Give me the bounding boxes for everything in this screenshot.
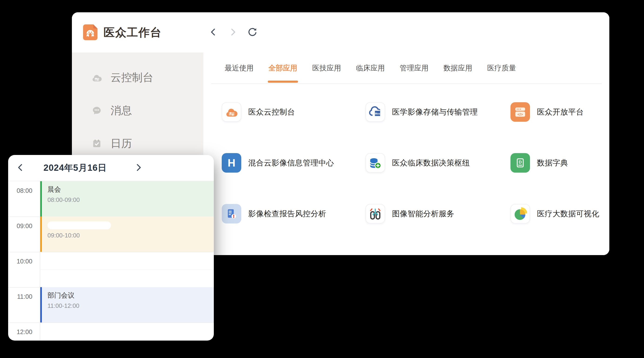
app-label: 医众临床数据决策枢纽 — [392, 158, 470, 168]
tab-divider — [211, 83, 602, 84]
app-title: 医众工作台 — [104, 12, 162, 52]
tab-5[interactable]: 数据应用 — [444, 52, 472, 83]
svg-text:Mos: Mos — [375, 112, 380, 115]
calendar-prev-button[interactable] — [15, 155, 26, 181]
calendar-day-grid: 08:0009:0010:0011:0012:00晨会08:00-09:0009… — [8, 181, 214, 340]
app-cell-7[interactable]: 图像智能分析服务 — [366, 204, 510, 223]
tab-3[interactable]: 临床应用 — [356, 52, 385, 83]
sidebar-item-0[interactable]: 云控制台 — [72, 70, 203, 85]
event-time-range: 11:00-12:00 — [48, 302, 214, 310]
code-window-icon: </> — [510, 102, 530, 122]
app-cell-6[interactable]: 影像检查报告风控分析 — [222, 204, 366, 223]
app-label: 医众云控制台 — [248, 107, 295, 117]
app-grid: 医众云控制台Mos医学影像存储与传输管理</>医众开放平台H混合云影像信息管理中… — [222, 102, 609, 223]
calendar-date-label: 2024年5月16日 — [44, 155, 107, 181]
chevron-left-icon — [16, 163, 25, 173]
app-cell-5[interactable]: D数据字典 — [510, 153, 609, 173]
event-title: 晨会 — [48, 185, 214, 194]
sidebar-item-label: 日历 — [110, 136, 132, 151]
tab-6[interactable]: 医疗质量 — [487, 52, 516, 83]
time-label-10:00: 10:00 — [8, 258, 32, 265]
desktop-background: 医众工作台 云控制台消息日历 最近使用全部应用医技应用临床应用管理应用数据应用医… — [0, 0, 644, 358]
tab-bar: 最近使用全部应用医技应用临床应用管理应用数据应用医疗质量 — [203, 52, 609, 83]
calendar-header: 2024年5月16日 — [8, 155, 214, 181]
pie-chart-icon — [510, 204, 530, 223]
hour-line — [8, 252, 214, 252]
app-label: 影像检查报告风控分析 — [248, 209, 326, 219]
chevron-right-icon — [134, 163, 143, 173]
database-plus-icon — [366, 153, 385, 173]
main-content: 最近使用全部应用医技应用临床应用管理应用数据应用医疗质量 医众云控制台Mos医学… — [203, 52, 609, 255]
time-label-11:00: 11:00 — [8, 293, 32, 300]
cloud-sliders-icon — [222, 102, 241, 122]
calendar-event-1[interactable]: 09:00-10:00 — [40, 216, 214, 252]
sidebar-item-1[interactable]: 消息 — [72, 103, 203, 118]
time-label-09:00: 09:00 — [8, 222, 32, 230]
tab-1[interactable]: 全部应用 — [268, 52, 297, 83]
back-button[interactable] — [208, 27, 218, 38]
letter-h-icon: H — [222, 153, 241, 173]
app-cell-2[interactable]: </>医众开放平台 — [510, 102, 609, 122]
event-title: 部门会议 — [48, 291, 214, 300]
app-label: 医众开放平台 — [537, 107, 584, 117]
app-logo-icon — [83, 24, 98, 40]
app-cell-1[interactable]: Mos医学影像存储与传输管理 — [366, 102, 510, 122]
event-time-range: 09:00-10:00 — [48, 232, 214, 239]
calendar-check-icon — [92, 138, 102, 149]
svg-text:</>: </> — [518, 112, 523, 117]
app-label: 混合云影像信息管理中心 — [248, 158, 334, 168]
sidebar-item-label: 消息 — [110, 103, 132, 118]
chevron-right-icon — [228, 28, 237, 37]
calendar-event-2[interactable]: 部门会议11:00-12:00 — [40, 287, 214, 323]
window-nav — [208, 12, 258, 52]
redacted-event-title — [48, 221, 111, 229]
tab-0[interactable]: 最近使用 — [225, 52, 254, 83]
refresh-button[interactable] — [247, 27, 258, 38]
report-alert-icon — [222, 204, 241, 223]
forward-button[interactable] — [228, 27, 238, 38]
svg-text:D: D — [519, 160, 522, 165]
app-cell-8[interactable]: 医疗大数据可视化 — [510, 204, 609, 223]
hour-line — [8, 323, 214, 323]
message-bubble-icon — [92, 105, 102, 116]
app-label: 医学影像存储与传输管理 — [392, 107, 478, 117]
time-label-08:00: 08:00 — [8, 187, 32, 194]
chevron-left-icon — [209, 28, 218, 37]
sidebar-item-label: 云控制台 — [110, 70, 153, 85]
mos-cloud-icon: Mos — [366, 102, 385, 122]
app-label: 图像智能分析服务 — [392, 209, 454, 219]
time-label-12:00: 12:00 — [8, 329, 32, 336]
tab-4[interactable]: 管理应用 — [400, 52, 428, 83]
app-label: 数据字典 — [537, 158, 568, 168]
calendar-event-0[interactable]: 晨会08:00-09:00 — [40, 181, 214, 216]
app-cell-4[interactable]: 医众临床数据决策枢纽 — [366, 153, 510, 173]
half-hour-line — [40, 269, 214, 270]
letter-h-glyph: H — [228, 157, 235, 169]
event-time-range: 08:00-09:00 — [48, 196, 214, 203]
tab-2[interactable]: 医技应用 — [312, 52, 341, 83]
app-label: 医疗大数据可视化 — [537, 209, 599, 219]
window-header: 医众工作台 — [72, 12, 609, 52]
dictionary-icon: D — [510, 153, 530, 173]
app-cell-3[interactable]: H混合云影像信息管理中心 — [222, 153, 366, 173]
cloud-console-icon — [92, 72, 102, 83]
refresh-icon — [248, 27, 257, 38]
calendar-panel: 2024年5月16日 08:0009:0010:0011:0012:00晨会08… — [8, 155, 214, 341]
lungs-icon — [366, 204, 385, 223]
sidebar-item-2[interactable]: 日历 — [72, 136, 203, 151]
calendar-next-button[interactable] — [132, 155, 144, 181]
app-cell-0[interactable]: 医众云控制台 — [222, 102, 366, 122]
